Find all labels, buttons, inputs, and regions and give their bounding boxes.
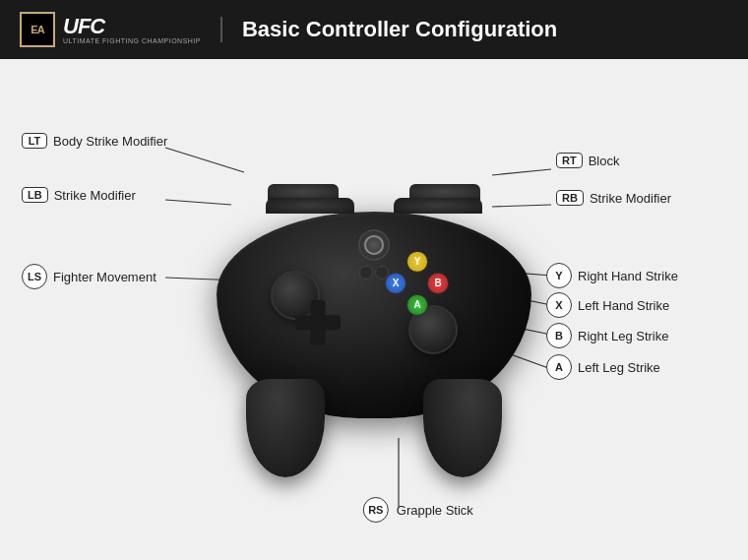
y-badge: Y bbox=[546, 263, 572, 288]
grip-left bbox=[246, 378, 325, 476]
page-title: Basic Controller Configuration bbox=[220, 17, 557, 42]
a-badge: A bbox=[546, 354, 572, 380]
header: EA UFC ULTIMATE FIGHTING CHAMPIONSHIP Ba… bbox=[0, 0, 748, 59]
ls-badge: LS bbox=[22, 264, 47, 289]
ea-logo: EA bbox=[20, 12, 55, 47]
lb-text: Strike Modifier bbox=[54, 188, 136, 203]
a-label: A Left Leg Strike bbox=[546, 354, 660, 380]
b-text: Right Leg Strike bbox=[578, 329, 669, 343]
bumper-right bbox=[394, 197, 482, 213]
button-a: A bbox=[406, 293, 428, 315]
lb-label: LB Strike Modifier bbox=[22, 187, 136, 203]
x-text: Left Hand Strike bbox=[578, 298, 669, 313]
button-x: X bbox=[385, 272, 406, 293]
ls-label: LS Fighter Movement bbox=[22, 264, 156, 289]
ufc-text: UFC bbox=[63, 16, 104, 37]
b-badge: B bbox=[546, 323, 572, 348]
controller-body: Y X B A bbox=[217, 211, 531, 417]
bumper-left bbox=[266, 197, 354, 213]
lb-badge: LB bbox=[22, 187, 48, 203]
rs-label: RS Grapple Stick bbox=[363, 497, 473, 523]
y-text: Right Hand Strike bbox=[578, 269, 678, 283]
rt-text: Block bbox=[589, 154, 620, 168]
logo-area: EA UFC ULTIMATE FIGHTING CHAMPIONSHIP bbox=[20, 12, 201, 47]
rb-label: RB Strike Modifier bbox=[556, 190, 671, 206]
rb-text: Strike Modifier bbox=[590, 191, 671, 206]
x-label: X Left Hand Strike bbox=[546, 292, 669, 318]
rs-badge: RS bbox=[363, 497, 389, 523]
grip-right bbox=[423, 378, 502, 476]
ls-text: Fighter Movement bbox=[53, 270, 156, 284]
dpad-vertical bbox=[310, 299, 325, 344]
controller: Y X B A bbox=[207, 166, 541, 442]
lt-badge: LT bbox=[22, 133, 47, 149]
b-label: B Right Leg Strike bbox=[546, 323, 669, 348]
dpad bbox=[295, 299, 341, 344]
ufc-subtitle: ULTIMATE FIGHTING CHAMPIONSHIP bbox=[63, 37, 201, 44]
x-badge: X bbox=[546, 292, 572, 318]
y-label: Y Right Hand Strike bbox=[546, 263, 678, 288]
rb-badge: RB bbox=[556, 190, 584, 206]
view-button bbox=[359, 265, 373, 279]
xbox-ring bbox=[364, 234, 384, 254]
rt-label: RT Block bbox=[556, 153, 619, 168]
main-area: Y X B A LT Body Strike Modifier LB Strik… bbox=[0, 59, 748, 560]
lt-text: Body Strike Modifier bbox=[53, 134, 167, 149]
xbox-button bbox=[358, 228, 390, 260]
button-b: B bbox=[427, 272, 449, 293]
lt-label: LT Body Strike Modifier bbox=[22, 133, 167, 149]
rs-text: Grapple Stick bbox=[397, 503, 473, 518]
ufc-logo: UFC ULTIMATE FIGHTING CHAMPIONSHIP bbox=[63, 16, 201, 44]
rt-badge: RT bbox=[556, 153, 583, 168]
button-y: Y bbox=[406, 250, 428, 272]
a-text: Left Leg Strike bbox=[578, 360, 660, 375]
menu-button bbox=[375, 265, 389, 279]
